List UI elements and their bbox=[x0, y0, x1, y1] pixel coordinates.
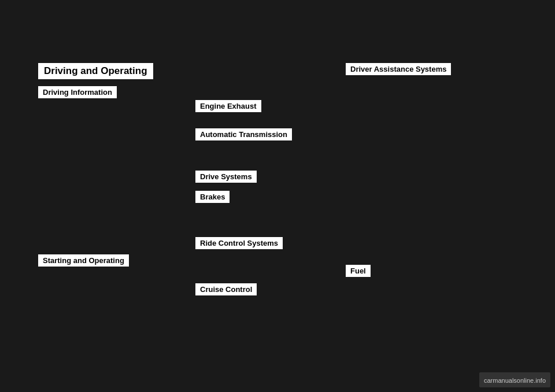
engine-exhaust-label[interactable]: Engine Exhaust bbox=[195, 100, 261, 112]
automatic-transmission-label[interactable]: Automatic Transmission bbox=[195, 128, 292, 140]
driver-assistance-systems-container: Driver Assistance Systems bbox=[346, 63, 451, 75]
automatic-transmission-container: Automatic Transmission bbox=[195, 128, 292, 140]
starting-and-operating-label[interactable]: Starting and Operating bbox=[38, 254, 129, 267]
main-title-container: Driving and Operating bbox=[38, 63, 153, 79]
ride-control-systems-container: Ride Control Systems bbox=[195, 237, 283, 249]
driver-assistance-systems-label[interactable]: Driver Assistance Systems bbox=[346, 63, 451, 75]
cruise-control-container: Cruise Control bbox=[195, 283, 257, 295]
drive-systems-label[interactable]: Drive Systems bbox=[195, 171, 257, 183]
fuel-container: Fuel bbox=[346, 265, 371, 277]
brakes-container: Brakes bbox=[195, 191, 230, 203]
page-container: Driving and Operating Driving Informatio… bbox=[0, 0, 555, 392]
watermark-text: carmanualsonline.info bbox=[484, 377, 546, 384]
watermark: carmanualsonline.info bbox=[479, 372, 550, 387]
ride-control-systems-label[interactable]: Ride Control Systems bbox=[195, 237, 283, 249]
drive-systems-container: Drive Systems bbox=[195, 171, 257, 183]
starting-and-operating-container: Starting and Operating bbox=[38, 254, 129, 267]
brakes-label[interactable]: Brakes bbox=[195, 191, 230, 203]
fuel-label[interactable]: Fuel bbox=[346, 265, 371, 277]
engine-exhaust-container: Engine Exhaust bbox=[195, 100, 261, 112]
driving-information-container: Driving Information bbox=[38, 86, 117, 98]
driving-information-label[interactable]: Driving Information bbox=[38, 86, 117, 98]
main-title[interactable]: Driving and Operating bbox=[38, 63, 153, 79]
cruise-control-label[interactable]: Cruise Control bbox=[195, 283, 257, 295]
